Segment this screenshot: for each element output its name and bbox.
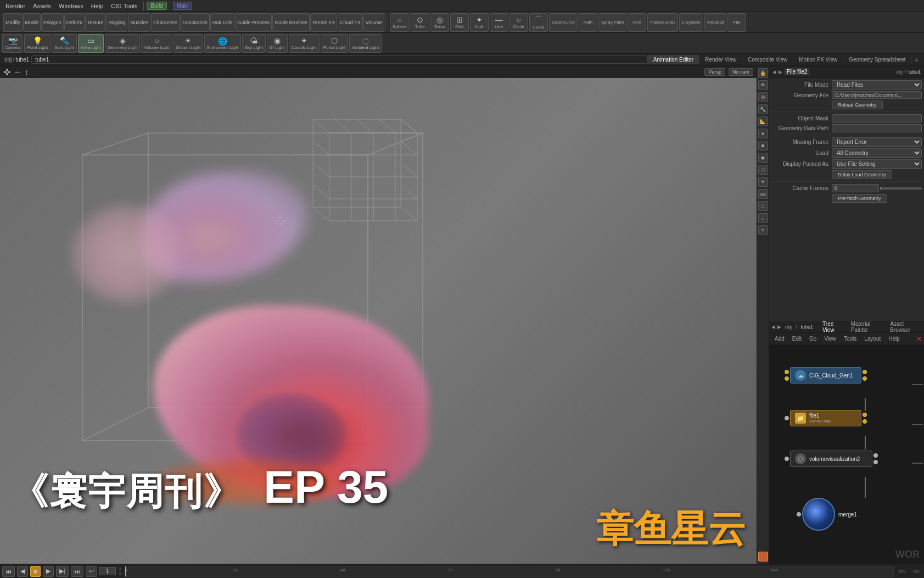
- node-merge1-body[interactable]: 🌐: [802, 498, 835, 531]
- cache-frames-track[interactable]: [880, 187, 922, 190]
- portal-light-btn[interactable]: ⬡Portal Light: [321, 34, 348, 53]
- file-mode-select[interactable]: Read Files: [832, 80, 922, 90]
- muscles-btn[interactable]: Muscles: [128, 13, 150, 32]
- circle-btn[interactable]: ○Circle: [509, 13, 528, 32]
- vsb-abc-btn[interactable]: abc: [758, 189, 768, 199]
- guide-process-btn[interactable]: Guide Process: [235, 13, 272, 32]
- panel-nav-fwd[interactable]: ▶: [779, 69, 782, 75]
- display-packed-select[interactable]: Use File Setting: [832, 159, 922, 169]
- missing-frame-select[interactable]: Report Error: [832, 137, 922, 147]
- connector-file1-in-1[interactable]: [785, 416, 789, 420]
- node-menu-tools[interactable]: Tools: [841, 335, 860, 342]
- env-light-btn[interactable]: 🌐Environment Light: [204, 34, 240, 53]
- ambient-light-btn[interactable]: ◌Ambient Light: [349, 34, 382, 53]
- node-path-obj[interactable]: obj: [783, 324, 793, 330]
- node-nav-fwd[interactable]: ▶: [777, 324, 781, 330]
- node-volvis[interactable]: ⬡ volumevisualization2: [785, 451, 878, 467]
- node-file1-body[interactable]: 📁 file1 Tunnel.vdb: [790, 410, 861, 426]
- node-menu-layout[interactable]: Layout: [861, 335, 884, 342]
- cloud-fx-btn[interactable]: Cloud FX: [338, 13, 363, 32]
- volume-light-btn[interactable]: ○Volume Light: [141, 34, 172, 53]
- node-menu-add[interactable]: Add: [771, 335, 788, 342]
- connector-volvis-out-1[interactable]: [873, 453, 878, 458]
- guide-brushes-btn[interactable]: Guide Brushes: [272, 13, 310, 32]
- gi-light-btn[interactable]: ◉GI Light: [267, 34, 288, 53]
- lsystem-btn[interactable]: L-System: [679, 13, 703, 32]
- file-btn[interactable]: File: [727, 13, 746, 32]
- font-btn[interactable]: Font: [628, 13, 646, 32]
- tab-composite-view[interactable]: Composite View: [742, 55, 793, 64]
- vsb-lock-btn[interactable]: 🔒: [758, 68, 768, 78]
- tree-view-tab[interactable]: Tree View: [819, 321, 845, 334]
- delay-load-btn[interactable]: Delay Load Geometry: [832, 170, 892, 179]
- menu-cig-tools[interactable]: CIG Tools: [108, 2, 141, 10]
- hair-utils-btn[interactable]: Hair Utils: [210, 13, 235, 32]
- vsb-star-btn[interactable]: ✦: [758, 177, 768, 187]
- tube-btn[interactable]: ⊙Tube: [411, 13, 429, 32]
- metaball-btn[interactable]: Metaball: [704, 13, 726, 32]
- panel-nav-back[interactable]: ◀: [772, 69, 776, 75]
- vsb-orange-dot[interactable]: [758, 552, 768, 562]
- material-palette-tab[interactable]: Material Palette: [848, 321, 885, 334]
- tl-play-btn[interactable]: ▶: [43, 566, 54, 577]
- cache-frames-input[interactable]: 0: [832, 184, 879, 192]
- platonic-btn[interactable]: Platonic Solids: [647, 13, 678, 32]
- model-btn[interactable]: Model: [23, 13, 41, 32]
- node-file1[interactable]: 📁 file1 Tunnel.vdb: [785, 410, 867, 426]
- node-nav-back[interactable]: ◀: [771, 324, 775, 330]
- connector-cig-out-1[interactable]: [863, 370, 867, 374]
- tl-step-fwd-btn[interactable]: ▶|: [56, 566, 69, 577]
- viewport-transform-icon[interactable]: ✜: [3, 67, 10, 77]
- curve-btn[interactable]: ⌒Curve: [529, 13, 548, 32]
- rigging-btn[interactable]: Rigging: [107, 13, 128, 32]
- tl-end-btn[interactable]: ⏭: [71, 566, 83, 577]
- no-cam-btn[interactable]: No cam: [729, 68, 753, 76]
- tab-animation-editor[interactable]: Animation Editor: [648, 55, 699, 64]
- node-menu-go[interactable]: Go: [806, 335, 820, 342]
- deform-btn[interactable]: Deform: [64, 13, 85, 32]
- prefetch-btn[interactable]: Pre-fetch Geometry: [832, 194, 887, 203]
- tab-motion-fx[interactable]: Motion FX View: [793, 55, 843, 64]
- connector-file1-out-1[interactable]: [863, 413, 867, 417]
- node-volvis-body[interactable]: ⬡ volumevisualization2: [790, 451, 872, 467]
- node-menu-edit[interactable]: Edit: [789, 335, 805, 342]
- object-mask-input[interactable]: [832, 114, 922, 123]
- node-path-tube1[interactable]: tube1: [799, 324, 815, 330]
- connector-cig-out-2[interactable]: [863, 376, 867, 381]
- connector-cig-in-2[interactable]: [785, 376, 789, 381]
- point-light-btn[interactable]: 💡Point Light: [24, 34, 51, 53]
- line-btn[interactable]: —Line: [490, 13, 508, 32]
- vsb-settings-btn[interactable]: ⚙: [758, 92, 768, 102]
- terrain-fx-btn[interactable]: Terrain FX: [310, 13, 338, 32]
- vsb-eye-btn[interactable]: 👁: [758, 80, 768, 90]
- tl-step-back-btn[interactable]: ◀: [17, 566, 28, 577]
- tl-frame-input[interactable]: 1: [99, 567, 116, 575]
- tl-stop-btn[interactable]: ■: [30, 566, 41, 577]
- polygon-btn[interactable]: Polygon: [41, 13, 64, 32]
- characters-btn[interactable]: Characters: [151, 13, 180, 32]
- tab-render-view[interactable]: Render View: [699, 55, 742, 64]
- load-select[interactable]: All Geometry: [832, 148, 922, 158]
- connector-merge1-in-1[interactable]: [797, 512, 801, 516]
- add-tab-btn[interactable]: +: [912, 55, 922, 65]
- tl-playhead[interactable]: [125, 566, 126, 576]
- menu-windows[interactable]: Windows: [55, 2, 87, 10]
- tl-track[interactable]: 1 24 48 72 96 120 144: [125, 566, 894, 577]
- path-btn[interactable]: Path: [579, 13, 597, 32]
- viewport-rotate-icon[interactable]: ↔: [14, 68, 21, 76]
- caustic-light-btn[interactable]: ✦Caustic Light: [289, 34, 320, 53]
- node-cig-body[interactable]: ☁ CIG_Cloud_Gen1: [790, 367, 861, 384]
- sphere-btn[interactable]: ○Sphere: [390, 13, 410, 32]
- node-menu-help[interactable]: Help: [885, 335, 903, 342]
- torus-btn[interactable]: ◎Torus: [430, 13, 449, 32]
- vsb-home-btn[interactable]: ⌂: [758, 213, 768, 223]
- menu-assets[interactable]: Assets: [30, 2, 54, 10]
- file2-tab[interactable]: File file2: [785, 68, 809, 75]
- area-light-btn[interactable]: ▭Area Light: [78, 34, 103, 53]
- tab-geometry-spreadsheet[interactable]: Geometry Spreadsheet: [843, 55, 911, 64]
- vsb-snap-btn[interactable]: 📐: [758, 116, 768, 126]
- geo-data-path-input[interactable]: [832, 124, 922, 132]
- vsb-square-btn[interactable]: ■: [758, 141, 768, 151]
- persp-btn[interactable]: Persp: [704, 68, 725, 76]
- asset-browser-tab[interactable]: Asset Browser: [887, 321, 922, 334]
